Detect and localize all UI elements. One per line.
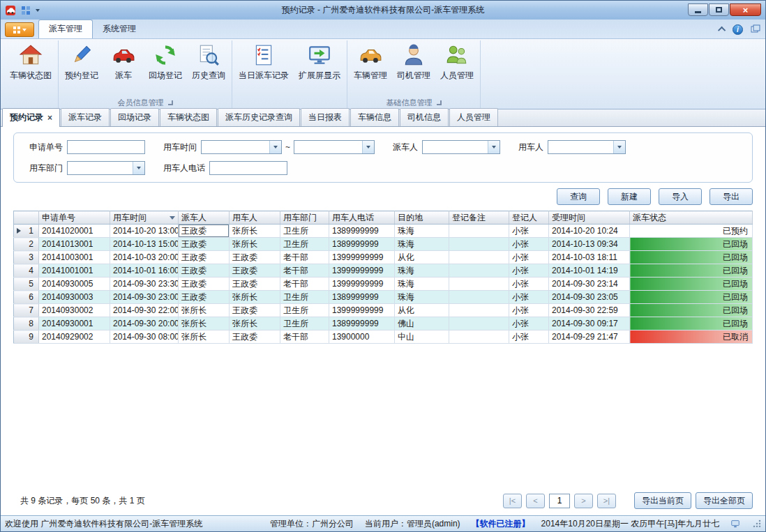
- col-user[interactable]: 用车人: [230, 211, 280, 225]
- table-row[interactable]: 6201409300032014-09-30 23:00王政委张所长卫生所138…: [14, 291, 753, 304]
- cell-registrar[interactable]: 小张: [509, 317, 549, 330]
- switch-window-icon[interactable]: [750, 24, 761, 35]
- cell-remark[interactable]: [449, 278, 509, 291]
- cell-dest[interactable]: 珠海: [395, 278, 449, 291]
- license-status-link[interactable]: 【软件已注册】: [472, 518, 530, 530]
- cell-registrar[interactable]: 小张: [509, 330, 549, 344]
- row-selector-header[interactable]: [14, 211, 39, 225]
- cell-registrar[interactable]: 小张: [509, 225, 549, 238]
- quick-access-dropdown-icon[interactable]: [36, 9, 40, 12]
- tab-personnel-manage[interactable]: 人员管理: [449, 108, 498, 126]
- cell-apply_no[interactable]: 20140930005: [39, 278, 110, 291]
- apply-no-input[interactable]: [67, 140, 145, 154]
- cell-remark[interactable]: [449, 251, 509, 264]
- query-button[interactable]: 查询: [557, 188, 600, 205]
- app-menu-button[interactable]: [5, 22, 34, 37]
- maximize-button[interactable]: [709, 3, 729, 16]
- cell-dest[interactable]: 珠海: [395, 238, 449, 251]
- cell-status[interactable]: 已回场: [630, 238, 753, 251]
- dept-select[interactable]: [67, 161, 145, 175]
- dialog-launcher-icon[interactable]: [437, 100, 442, 105]
- cell-accept_time[interactable]: 2014-09-30 09:17: [549, 317, 630, 330]
- prev-page-button[interactable]: <: [526, 494, 545, 508]
- new-button[interactable]: 新建: [608, 188, 651, 205]
- cell-dept[interactable]: 老干部: [280, 251, 329, 264]
- extend-screen-button[interactable]: 扩展屏显示: [294, 40, 345, 97]
- cell-registrar[interactable]: 小张: [509, 251, 549, 264]
- cell-dispatcher[interactable]: 王政委: [179, 278, 230, 291]
- cell-dest[interactable]: 从化: [395, 251, 449, 264]
- reserve-register-button[interactable]: 预约登记: [60, 40, 103, 97]
- cell-use_time[interactable]: 2014-09-30 22:00: [110, 304, 179, 317]
- cell-accept_time[interactable]: 2014-09-30 22:59: [549, 304, 630, 317]
- cell-accept_time[interactable]: 2014-09-30 23:05: [549, 291, 630, 304]
- cell-dispatcher[interactable]: 王政委: [179, 251, 230, 264]
- col-apply-no[interactable]: 申请单号: [39, 211, 110, 225]
- cell-apply_no[interactable]: 20140930002: [39, 304, 110, 317]
- cell-status[interactable]: 已回场: [630, 264, 753, 278]
- cell-remark[interactable]: [449, 330, 509, 344]
- cell-dest[interactable]: 佛山: [395, 317, 449, 330]
- tab-dispatch-history-query[interactable]: 派车历史记录查询: [218, 108, 300, 126]
- col-accept-time[interactable]: 受理时间: [549, 211, 630, 225]
- cell-status[interactable]: 已回场: [630, 304, 753, 317]
- cell-status[interactable]: 已预约: [630, 225, 753, 238]
- row-header-cell[interactable]: 8: [14, 317, 39, 330]
- driver-manage-button[interactable]: 司机管理: [392, 40, 435, 97]
- cell-user[interactable]: 王政委: [230, 264, 280, 278]
- cell-apply_no[interactable]: 20140930003: [39, 291, 110, 304]
- cell-dept[interactable]: 卫生所: [280, 291, 329, 304]
- cell-dept[interactable]: 卫生所: [280, 238, 329, 251]
- cell-phone[interactable]: 1389999999: [329, 291, 395, 304]
- cell-dispatcher[interactable]: 王政委: [179, 264, 230, 278]
- cell-user[interactable]: 张所长: [230, 317, 280, 330]
- next-page-button[interactable]: >: [574, 494, 593, 508]
- cell-status[interactable]: 已取消: [630, 330, 753, 344]
- cell-dest[interactable]: 珠海: [395, 291, 449, 304]
- tab-vehicle-info[interactable]: 车辆信息: [350, 108, 399, 126]
- cell-phone[interactable]: 1389999999: [329, 317, 395, 330]
- row-header-cell[interactable]: 9: [14, 330, 39, 344]
- cell-accept_time[interactable]: 2014-10-13 09:34: [549, 238, 630, 251]
- cell-accept_time[interactable]: 2014-10-20 10:24: [549, 225, 630, 238]
- cell-dept[interactable]: 老干部: [280, 264, 329, 278]
- col-phone[interactable]: 用车人电话: [329, 211, 395, 225]
- cell-remark[interactable]: [449, 225, 509, 238]
- import-button[interactable]: 导入: [659, 188, 702, 205]
- personnel-manage-button[interactable]: 人员管理: [435, 40, 479, 97]
- cell-remark[interactable]: [449, 317, 509, 330]
- cell-phone[interactable]: 13999999999: [329, 278, 395, 291]
- cell-status[interactable]: 已回场: [630, 251, 753, 264]
- col-dest[interactable]: 目的地: [395, 211, 449, 225]
- cell-dept[interactable]: 老干部: [280, 278, 329, 291]
- cell-dest[interactable]: 珠海: [395, 264, 449, 278]
- page-number-input[interactable]: [549, 494, 570, 508]
- row-header-cell[interactable]: 6: [14, 291, 39, 304]
- first-page-button[interactable]: |<: [503, 494, 522, 508]
- cell-apply_no[interactable]: 20140929002: [39, 330, 110, 344]
- vehicle-manage-button[interactable]: 车辆管理: [349, 40, 392, 97]
- row-header-cell[interactable]: 1: [14, 225, 39, 238]
- history-query-button[interactable]: 历史查询: [187, 40, 230, 97]
- tab-dispatch-records[interactable]: 派车记录: [61, 108, 110, 126]
- cell-use_time[interactable]: 2014-09-30 23:30: [110, 278, 179, 291]
- cell-remark[interactable]: [449, 291, 509, 304]
- table-row[interactable]: 4201410010012014-10-01 16:00王政委王政委老干部139…: [14, 264, 753, 278]
- close-tab-icon[interactable]: ×: [47, 113, 52, 123]
- dispatch-button[interactable]: 派车: [103, 40, 144, 97]
- table-row[interactable]: 8201409300012014-09-30 20:00张所长张所长卫生所138…: [14, 317, 753, 330]
- ribbon-tab-system[interactable]: 系统管理: [93, 20, 146, 38]
- tab-daily-report[interactable]: 当日报表: [301, 108, 350, 126]
- cell-user[interactable]: 王政委: [230, 251, 280, 264]
- cell-phone[interactable]: 1389999999: [329, 238, 395, 251]
- filter-dropdown-icon[interactable]: [170, 216, 175, 220]
- cell-registrar[interactable]: 小张: [509, 291, 549, 304]
- cell-dispatcher[interactable]: 张所长: [179, 330, 230, 344]
- last-page-button[interactable]: >|: [597, 494, 616, 508]
- cell-registrar[interactable]: 小张: [509, 264, 549, 278]
- cell-use_time[interactable]: 2014-10-01 16:00: [110, 264, 179, 278]
- cell-status[interactable]: 已回场: [630, 291, 753, 304]
- cell-dest[interactable]: 珠海: [395, 225, 449, 238]
- cell-apply_no[interactable]: 20140930001: [39, 317, 110, 330]
- cell-user[interactable]: 张所长: [230, 225, 280, 238]
